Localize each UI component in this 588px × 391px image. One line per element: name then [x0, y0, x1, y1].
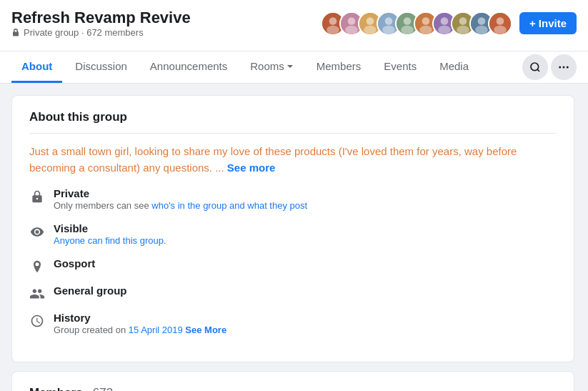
- search-icon: [529, 61, 541, 73]
- tab-members[interactable]: Members: [307, 51, 372, 83]
- svg-point-33: [563, 66, 565, 69]
- group-meta: Private group · 672 members: [11, 27, 191, 38]
- svg-line-31: [537, 69, 539, 71]
- clock-icon: [29, 313, 45, 329]
- history-date: 15 April 2019: [129, 325, 183, 335]
- lock-icon: [11, 28, 20, 37]
- svg-point-17: [419, 25, 432, 34]
- svg-point-19: [441, 17, 449, 25]
- history-subtitle: Group created on 15 April 2019 See More: [54, 324, 557, 337]
- svg-point-8: [364, 25, 377, 34]
- svg-point-7: [367, 17, 374, 25]
- lock-icon: [29, 189, 45, 204]
- group-info: Refresh Revamp Revive Private group · 67…: [11, 9, 191, 38]
- search-button[interactable]: [522, 54, 548, 80]
- avatar: [488, 11, 512, 36]
- tab-announcements[interactable]: Announcements: [140, 51, 237, 83]
- about-description: Just a small town girl, looking to share…: [29, 144, 557, 176]
- svg-point-30: [531, 63, 539, 71]
- more-icon: [557, 61, 570, 74]
- svg-point-1: [329, 17, 337, 25]
- type-title: General group: [54, 284, 557, 297]
- type-info: General group: [54, 284, 557, 297]
- tab-about[interactable]: About: [11, 51, 62, 83]
- visible-subtitle: Anyone can find this group.: [54, 234, 557, 247]
- svg-point-23: [457, 25, 469, 34]
- svg-point-13: [404, 17, 412, 25]
- private-subtitle: Only members can see who's in the group …: [54, 199, 557, 212]
- svg-point-32: [559, 66, 561, 69]
- tab-discussion[interactable]: Discussion: [65, 51, 137, 83]
- tab-events[interactable]: Events: [374, 51, 427, 83]
- members-card-title: Members · 672: [29, 386, 557, 391]
- location-title: Gosport: [54, 257, 557, 269]
- members-count: · 672: [86, 386, 113, 391]
- svg-point-5: [345, 25, 358, 34]
- nav-tabs: AboutDiscussionAnnouncementsRooms Member…: [0, 51, 588, 84]
- history-see-more[interactable]: See More: [185, 325, 226, 335]
- info-row-visible: Visible Anyone can find this group.: [29, 222, 557, 247]
- see-more-link[interactable]: See more: [227, 162, 276, 174]
- visible-title: Visible: [54, 222, 557, 234]
- visible-info: Visible Anyone can find this group.: [54, 222, 557, 247]
- svg-point-28: [497, 17, 504, 25]
- svg-point-29: [494, 25, 507, 34]
- card-divider: [29, 133, 557, 134]
- main-content: About this group Just a small town girl,…: [0, 84, 586, 391]
- private-link: who's in the group and what they post: [151, 200, 307, 211]
- svg-point-14: [401, 25, 414, 34]
- svg-point-11: [382, 25, 395, 34]
- eye-icon: [29, 224, 45, 239]
- info-row-private: Private Only members can see who's in th…: [29, 187, 557, 212]
- history-info: History Group created on 15 April 2019 S…: [54, 312, 557, 337]
- svg-point-10: [385, 17, 393, 25]
- member-avatars: [321, 11, 512, 36]
- svg-point-25: [478, 17, 486, 25]
- history-title: History: [54, 312, 557, 324]
- svg-point-4: [348, 17, 356, 25]
- svg-point-20: [438, 25, 451, 34]
- svg-point-22: [459, 17, 467, 25]
- location-icon: [29, 259, 45, 274]
- svg-point-26: [475, 25, 488, 34]
- page-header: Refresh Revamp Revive Private group · 67…: [0, 0, 588, 51]
- tab-media[interactable]: Media: [429, 51, 479, 83]
- svg-point-16: [422, 17, 430, 25]
- private-info: Private Only members can see who's in th…: [54, 187, 557, 212]
- info-row-type: General group: [29, 284, 557, 302]
- svg-point-2: [327, 25, 339, 34]
- svg-point-34: [567, 66, 569, 69]
- more-options-button[interactable]: [551, 54, 577, 80]
- members-card: Members · 672: [11, 371, 574, 391]
- invite-button[interactable]: + Invite: [519, 12, 577, 34]
- tab-rooms[interactable]: Rooms: [240, 51, 304, 83]
- group-name: Refresh Revamp Revive: [11, 9, 191, 27]
- people-icon: [29, 286, 45, 302]
- about-card: About this group Just a small town girl,…: [11, 95, 574, 362]
- private-title: Private: [54, 187, 557, 199]
- location-info: Gosport: [54, 257, 557, 269]
- info-row-location: Gosport: [29, 257, 557, 274]
- visible-link: Anyone can find this group.: [54, 235, 166, 246]
- header-actions: + Invite: [321, 11, 577, 36]
- info-row-history: History Group created on 15 April 2019 S…: [29, 312, 557, 337]
- about-card-title: About this group: [29, 110, 557, 124]
